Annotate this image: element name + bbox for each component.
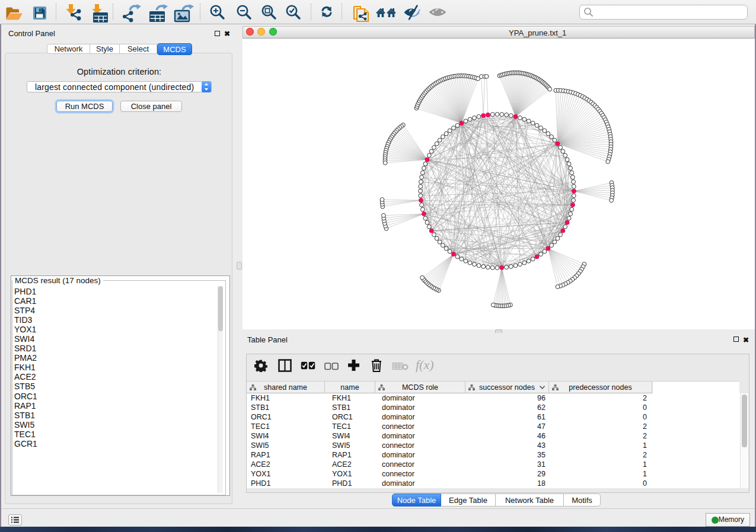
svg-text:f(x): f(x) (416, 357, 434, 372)
